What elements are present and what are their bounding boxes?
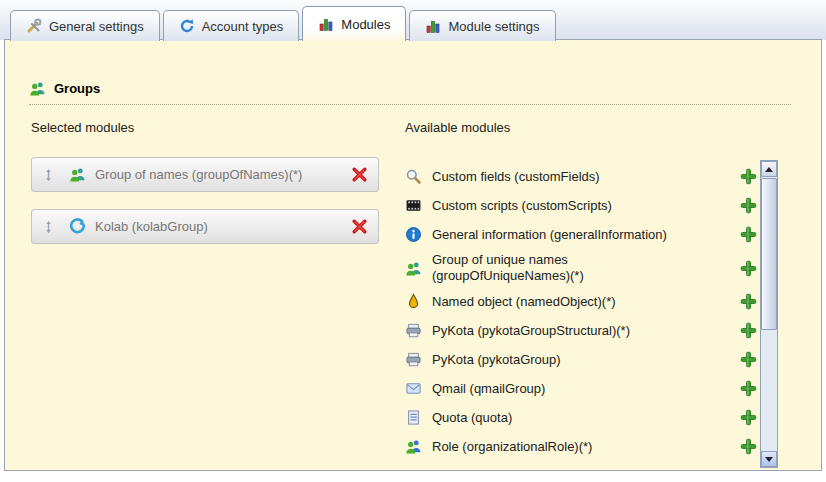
tab-label: Modules [341,17,390,32]
delete-icon[interactable] [351,166,368,183]
plus-icon[interactable] [740,351,757,368]
selected-module-label: Group of names (groupOfNames)(*) [95,167,351,182]
quota-icon [405,409,422,426]
available-module-row: General information (generalInformation) [405,220,757,249]
available-module-label: PyKota (pykotaGroupStructural)(*) [432,323,694,339]
chart-icon [425,18,441,34]
magnifier-icon [405,168,422,185]
available-module-label: General information (generalInformation) [432,227,694,243]
wrench-icon [26,18,42,34]
content-panel: Groups Selected modules Available module… [4,39,822,471]
tab-label: Module settings [448,19,539,34]
arrow-up-icon [765,167,773,172]
section-header: Groups [29,80,100,97]
delete-icon[interactable] [351,218,368,235]
lam-configuration-page: General settings Account types Modules M… [0,0,826,482]
available-module-row: Quota (quota) [405,403,757,432]
available-modules-heading: Available modules [405,120,510,135]
plus-icon[interactable] [740,226,757,243]
printer-icon [405,322,422,339]
scrollbar-thumb[interactable] [761,178,777,330]
drop-icon [405,293,422,310]
script-icon [405,197,422,214]
available-module-row: PyKota (pykotaGroup) [405,345,757,374]
section-divider [29,104,791,105]
available-module-row: Named object (namedObject)(*) [405,287,757,316]
available-module-label: Named object (namedObject)(*) [432,294,694,310]
available-module-label: Role (organizationalRole)(*) [432,439,694,455]
chart-icon [318,16,334,32]
available-module-row: Group of unique names (groupOfUniqueName… [405,249,757,287]
tab-general-settings[interactable]: General settings [10,10,160,41]
available-module-label: Custom fields (customFields) [432,169,694,185]
available-module-row: Custom scripts (customScripts) [405,191,757,220]
selected-module-item: Kolab (kolabGroup) [31,209,379,244]
plus-icon[interactable] [740,260,757,277]
tab-module-settings[interactable]: Module settings [409,10,555,41]
available-module-label: Custom scripts (customScripts) [432,198,694,214]
group-icon [405,260,422,277]
section-title: Groups [54,81,100,96]
available-module-row: Role (organizationalRole)(*) [405,432,757,461]
group-icon [69,166,86,183]
tab-label: General settings [49,19,144,34]
drag-handle-icon[interactable] [42,168,55,182]
available-module-row: Custom fields (customFields) [405,162,757,191]
available-module-row: Qmail (qmailGroup) [405,374,757,403]
mail-icon [405,380,422,397]
drag-handle-icon[interactable] [42,220,55,234]
available-module-label: Quota (quota) [432,410,694,426]
tab-label: Account types [202,19,284,34]
role-icon [405,438,422,455]
available-modules-list: Custom fields (customFields) Custom scri… [405,162,757,461]
info-icon [405,226,422,243]
plus-icon[interactable] [740,380,757,397]
plus-icon[interactable] [740,438,757,455]
plus-icon[interactable] [740,197,757,214]
selected-module-item: Group of names (groupOfNames)(*) [31,157,379,192]
available-module-label: Group of unique names (groupOfUniqueName… [432,252,694,283]
plus-icon[interactable] [740,409,757,426]
selected-module-label: Kolab (kolabGroup) [95,219,351,234]
available-module-row: PyKota (pykotaGroupStructural)(*) [405,316,757,345]
tab-account-types[interactable]: Account types [163,10,300,41]
tab-bar: General settings Account types Modules M… [10,7,556,41]
sync-icon [179,18,195,34]
selected-modules-heading: Selected modules [31,120,134,135]
arrow-down-icon [765,457,773,462]
available-modules-scrollbar[interactable] [760,160,778,468]
tab-modules[interactable]: Modules [302,6,406,41]
plus-icon[interactable] [740,168,757,185]
scroll-down-button[interactable] [761,451,777,467]
available-module-label: PyKota (pykotaGroup) [432,352,694,368]
available-module-label: Qmail (qmailGroup) [432,381,694,397]
group-icon [29,80,46,97]
kolab-icon [69,218,86,235]
scroll-up-button[interactable] [761,161,777,177]
plus-icon[interactable] [740,322,757,339]
plus-icon[interactable] [740,293,757,310]
printer-icon [405,351,422,368]
